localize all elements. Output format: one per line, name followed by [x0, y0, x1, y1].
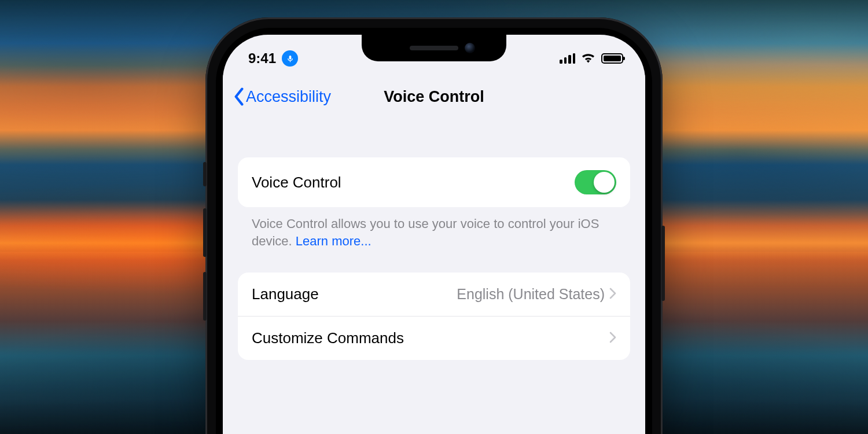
- customize-commands-row[interactable]: Customize Commands: [238, 316, 630, 360]
- voice-control-label: Voice Control: [252, 174, 341, 192]
- cellular-icon: [560, 53, 575, 64]
- phone-screen: 9:41: [223, 35, 645, 434]
- chevron-right-icon: [609, 285, 616, 303]
- customize-commands-label: Customize Commands: [252, 329, 404, 347]
- language-label: Language: [252, 285, 319, 303]
- front-camera: [465, 43, 475, 53]
- chevron-right-icon: [609, 329, 616, 347]
- language-value: English (United States): [457, 286, 609, 303]
- voice-control-mic-icon: [282, 50, 298, 67]
- phone-bezel: 9:41: [216, 28, 652, 434]
- settings-content: Voice Control Voice Control allows you t…: [223, 126, 645, 360]
- power-button: [661, 226, 665, 301]
- volume-down-button: [203, 272, 207, 321]
- voice-control-toggle-group: Voice Control: [238, 157, 630, 207]
- voice-control-options-group: Language English (United States) Customi…: [238, 273, 630, 360]
- volume-up-button: [203, 208, 207, 257]
- language-row[interactable]: Language English (United States): [238, 273, 630, 316]
- status-left: 9:41: [248, 50, 298, 67]
- back-button[interactable]: Accessibility: [233, 87, 331, 106]
- mute-switch: [203, 162, 207, 186]
- back-label: Accessibility: [246, 88, 331, 106]
- learn-more-link[interactable]: Learn more...: [296, 234, 372, 248]
- voice-control-toggle[interactable]: [575, 170, 616, 194]
- voice-control-toggle-row[interactable]: Voice Control: [238, 157, 630, 207]
- earpiece: [410, 46, 458, 50]
- chevron-left-icon: [233, 87, 245, 106]
- nav-bar: Accessibility Voice Control: [223, 75, 645, 118]
- voice-control-description: Voice Control allows you to use your voi…: [238, 207, 630, 249]
- page-title: Voice Control: [384, 88, 484, 106]
- status-time: 9:41: [248, 50, 276, 67]
- status-right: [560, 50, 623, 67]
- notch: [362, 35, 506, 61]
- wifi-icon: [581, 50, 595, 67]
- battery-icon: [601, 53, 623, 64]
- phone-frame: 9:41: [205, 17, 663, 434]
